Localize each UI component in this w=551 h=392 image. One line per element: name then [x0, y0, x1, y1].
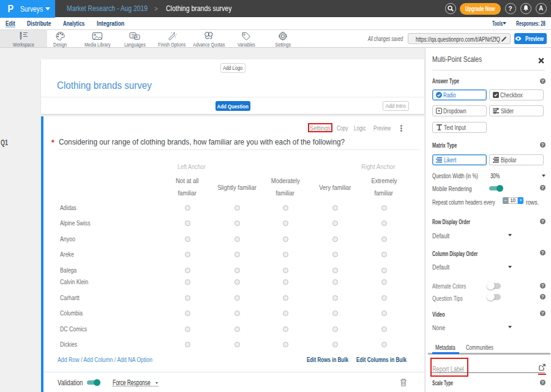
svg-text:文: 文 — [131, 33, 135, 37]
svg-text:A: A — [136, 36, 138, 39]
